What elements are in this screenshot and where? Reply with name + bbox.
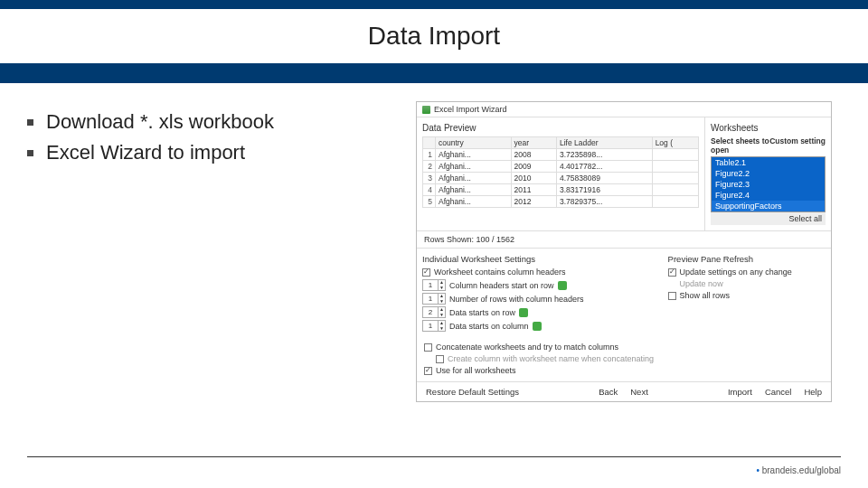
spin-data-col[interactable]: 1▲▼: [422, 320, 446, 332]
worksheets-header: Select sheets to open Custom setting: [711, 136, 826, 155]
apply-icon[interactable]: [533, 322, 542, 331]
worksheet-item[interactable]: Table2.1: [712, 157, 825, 168]
bullet-list: Download *. xls workbook Excel Wizard to…: [27, 101, 416, 402]
col-year: year: [511, 137, 556, 149]
table-row: 3Afghani...20104.75838089: [423, 173, 699, 184]
bullet-icon: [27, 150, 33, 156]
checkbox-showall[interactable]: [668, 292, 676, 300]
data-preview-label: Data Preview: [422, 123, 699, 133]
checkbox-create-col[interactable]: [436, 355, 444, 363]
checkbox-use-all[interactable]: ✓: [424, 367, 432, 375]
table-row: 5Afghani...20123.7829375...: [423, 196, 699, 208]
title-bar: Data Import: [0, 9, 868, 63]
apply-icon[interactable]: [519, 308, 528, 317]
slide-title: Data Import: [368, 22, 500, 51]
wizard-titlebar: Excel Import Wizard: [417, 102, 831, 117]
table-row: 4Afghani...20113.83171916: [423, 184, 699, 196]
col-life-ladder: Life Ladder: [557, 137, 653, 149]
checkbox-autoupdate[interactable]: ✓: [668, 268, 676, 277]
bullet-text: Excel Wizard to import: [46, 141, 245, 164]
table-row: 2Afghani...20094.4017782...: [423, 161, 699, 173]
back-button[interactable]: Back: [595, 386, 621, 398]
app-icon: [422, 106, 430, 114]
worksheet-item[interactable]: SupportingFactors: [712, 201, 825, 211]
worksheet-item[interactable]: Figure2.4: [712, 190, 825, 201]
checkbox-headers-label: Worksheet contains column headers: [434, 267, 565, 277]
table-row: 1Afghani...20083.7235898...: [423, 149, 699, 161]
cancel-button[interactable]: Cancel: [761, 386, 796, 398]
update-now-link[interactable]: Update now: [680, 279, 826, 288]
worksheet-list[interactable]: Table2.1 Figure2.2 Figure2.3 Figure2.4 S…: [711, 156, 826, 212]
worksheet-item[interactable]: Figure2.2: [712, 168, 825, 179]
checkbox-headers[interactable]: ✓: [422, 268, 430, 277]
spin-header-row[interactable]: 1▲▼: [422, 279, 446, 291]
col-log: Log (: [652, 137, 698, 149]
import-button[interactable]: Import: [724, 386, 756, 398]
select-all-link[interactable]: Select all: [711, 212, 826, 225]
help-button[interactable]: Help: [800, 386, 826, 398]
iws-title: Individual Worksheet Settings: [422, 254, 659, 264]
worksheets-label: Worksheets: [711, 123, 826, 133]
bullet-icon: [27, 119, 33, 126]
spin-data-row[interactable]: 2▲▼: [422, 306, 446, 318]
bullet-text: Download *. xls workbook: [46, 110, 274, 134]
checkbox-concat[interactable]: [424, 343, 432, 352]
footer-text: • brandeis.edu/global: [756, 465, 841, 475]
col-country: country: [436, 137, 512, 149]
header-row: country year Life Ladder Log (: [423, 137, 699, 149]
rows-shown-label: Rows Shown: 100 / 1562: [417, 230, 831, 249]
accent-band: [0, 63, 868, 83]
col-blank: [423, 137, 436, 149]
footer-divider: [27, 456, 841, 457]
top-accent-bar: [0, 0, 868, 9]
excel-import-wizard: Excel Import Wizard Data Preview country…: [416, 101, 832, 402]
worksheet-item[interactable]: Figure2.3: [712, 179, 825, 190]
restore-button[interactable]: Restore Default Settings: [422, 386, 523, 398]
ppr-title: Preview Pane Refresh: [668, 254, 826, 264]
apply-icon[interactable]: [558, 281, 567, 290]
wizard-title-text: Excel Import Wizard: [434, 105, 507, 114]
preview-table: country year Life Ladder Log ( 1Afghani.…: [422, 136, 699, 208]
spin-header-count[interactable]: 1▲▼: [422, 293, 446, 305]
next-button[interactable]: Next: [627, 386, 652, 398]
